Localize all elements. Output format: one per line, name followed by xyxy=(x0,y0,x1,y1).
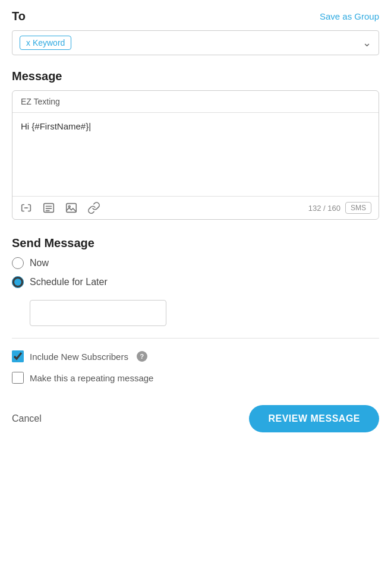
sms-badge: SMS xyxy=(345,202,371,214)
keyword-tag[interactable]: x Keyword xyxy=(20,36,71,50)
help-icon[interactable]: ? xyxy=(137,351,147,362)
send-timing-group: Now Schedule for Later xyxy=(12,257,379,288)
now-radio-item[interactable]: Now xyxy=(12,257,379,269)
message-section-label: Message xyxy=(12,69,379,83)
now-label: Now xyxy=(30,258,49,268)
to-label: To xyxy=(12,10,26,23)
image-icon[interactable] xyxy=(65,201,78,214)
bottom-actions: Cancel REVIEW MESSAGE xyxy=(12,405,379,432)
message-box: EZ Texting Hi {#FirstName#}| xyxy=(12,90,379,220)
review-message-button[interactable]: REVIEW MESSAGE xyxy=(249,405,379,432)
options-section: Include New Subscribers ? Make this a re… xyxy=(12,350,379,384)
include-subscribers-item[interactable]: Include New Subscribers ? xyxy=(12,350,379,362)
to-dropdown[interactable]: x Keyword ⌄ xyxy=(12,30,379,55)
save-as-group-button[interactable]: Save as Group xyxy=(320,11,379,21)
svg-rect-5 xyxy=(67,204,77,213)
now-radio[interactable] xyxy=(12,257,24,269)
cancel-button[interactable]: Cancel xyxy=(12,413,42,424)
repeating-message-checkbox[interactable] xyxy=(12,372,24,384)
include-subscribers-label: Include New Subscribers xyxy=(30,352,128,362)
send-message-label: Send Message xyxy=(12,236,379,250)
repeating-message-item[interactable]: Make this a repeating message xyxy=(12,372,379,384)
char-count-text: 132 / 160 xyxy=(308,204,340,213)
char-count-area: 132 / 160 SMS xyxy=(308,202,371,214)
repeating-message-label: Make this a repeating message xyxy=(30,373,153,383)
template-icon[interactable] xyxy=(42,201,55,214)
to-header: To Save as Group xyxy=(12,10,379,23)
chevron-down-icon: ⌄ xyxy=(362,36,371,49)
message-sender: EZ Texting xyxy=(12,91,379,113)
merge-fields-icon[interactable] xyxy=(20,201,33,214)
svg-point-0 xyxy=(26,207,27,208)
schedule-radio[interactable] xyxy=(12,276,24,288)
section-divider xyxy=(12,338,379,339)
include-subscribers-checkbox[interactable] xyxy=(12,350,24,362)
svg-point-6 xyxy=(68,206,70,207)
message-body[interactable]: Hi {#FirstName#}| xyxy=(12,113,379,196)
schedule-radio-item[interactable]: Schedule for Later xyxy=(12,276,379,288)
link-icon[interactable] xyxy=(87,201,100,214)
schedule-date-input[interactable] xyxy=(30,300,166,326)
schedule-label: Schedule for Later xyxy=(30,277,108,287)
message-toolbar: 132 / 160 SMS xyxy=(12,196,379,219)
send-message-section: Send Message Now Schedule for Later xyxy=(12,236,379,326)
